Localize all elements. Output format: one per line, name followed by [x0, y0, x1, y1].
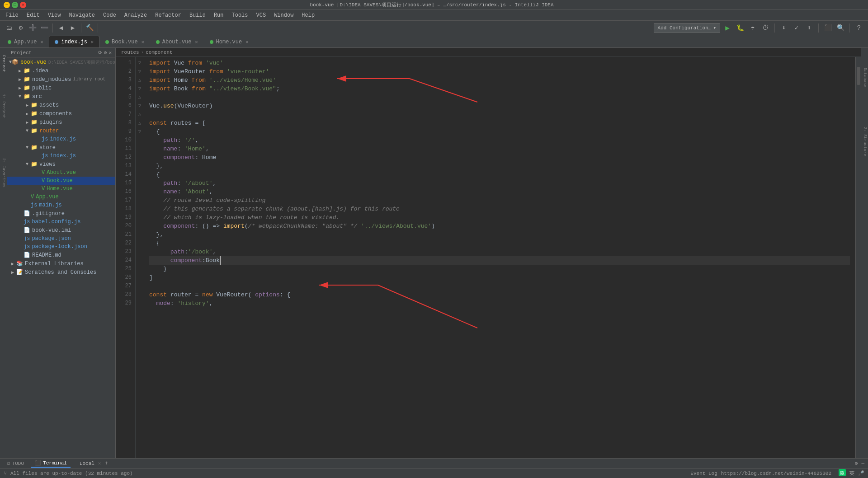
- tree-item-book-vue[interactable]: ▼ 📦 book-vue D:\IDEA SAVES\项目运行/book-vue: [7, 58, 115, 66]
- toolbar-subtract-icon[interactable]: ➖: [39, 23, 50, 33]
- tree-item-iml[interactable]: 📄 book-vue.iml: [7, 226, 115, 234]
- tree-item-home-vue[interactable]: V Home.vue: [7, 185, 115, 193]
- project-panel-icon[interactable]: Project: [0, 53, 7, 74]
- tree-item-public[interactable]: ▶ 📁 public: [7, 84, 115, 92]
- tree-item-babel[interactable]: js babel.config.js: [7, 218, 115, 226]
- find-button[interactable]: 🔍: [835, 23, 846, 33]
- tree-item-assets[interactable]: ▶ 📁 assets: [7, 101, 115, 109]
- close-button[interactable]: ✕: [20, 2, 26, 8]
- tree-item-views[interactable]: ▼ 📁 views: [7, 160, 115, 169]
- menu-view[interactable]: View: [44, 11, 65, 19]
- tree-item-package-json[interactable]: js package.json: [7, 234, 115, 243]
- tree-item-plugins[interactable]: ▶ 📁 plugins: [7, 118, 115, 127]
- tab-index-js[interactable]: index.js ✕: [49, 36, 99, 47]
- debug-button[interactable]: 🐛: [735, 23, 745, 33]
- tab-close-app-vue[interactable]: ✕: [40, 39, 43, 45]
- menu-refactor[interactable]: Refactor: [151, 11, 185, 19]
- toolbar-back-icon[interactable]: ◀: [56, 23, 66, 33]
- vcs-update-button[interactable]: ⬇: [778, 23, 789, 33]
- tree-item-scratches[interactable]: ▶ 📝 Scratches and Consoles: [7, 268, 115, 276]
- toolbar-sep2: [81, 23, 81, 33]
- breadcrumb-component[interactable]: component: [146, 50, 172, 55]
- toolbar-add-icon[interactable]: ➕: [27, 23, 38, 33]
- punct-comma-16: ,: [209, 187, 213, 196]
- tree-item-store[interactable]: ▼ 📁 store: [7, 143, 115, 152]
- scrollbar-thumb[interactable]: [857, 67, 860, 85]
- tree-item-router[interactable]: ▼ 📁 router: [7, 127, 115, 135]
- tree-item-router-index[interactable]: js index.js: [7, 135, 115, 143]
- favorites-panel-icon[interactable]: 2: Favorites: [0, 156, 7, 189]
- local-tab[interactable]: Local: [80, 461, 94, 466]
- tab-home-vue[interactable]: Home.vue ✕: [204, 36, 255, 47]
- tree-item-book-vue-file[interactable]: V Book.vue: [7, 177, 115, 185]
- structure-right-icon[interactable]: 2: Structure: [861, 125, 868, 158]
- minimize-button[interactable]: —: [4, 2, 10, 8]
- menu-help[interactable]: Help: [298, 11, 318, 19]
- tree-item-gitignore[interactable]: 📄 .gitignore: [7, 209, 115, 218]
- local-tab-close[interactable]: ✕: [98, 460, 101, 466]
- menu-vcs[interactable]: VCS: [253, 11, 270, 19]
- menu-run[interactable]: Run: [210, 11, 227, 19]
- menu-navigate[interactable]: Navigate: [65, 11, 99, 19]
- tree-item-external-libs[interactable]: ▶ 📚 External Libraries: [7, 259, 115, 268]
- breadcrumb-routes[interactable]: routes: [121, 50, 139, 55]
- menu-window[interactable]: Window: [270, 11, 297, 19]
- coverage-button[interactable]: ☂: [747, 23, 758, 33]
- menu-build[interactable]: Build: [186, 11, 209, 19]
- tab-close-index-js[interactable]: ✕: [91, 39, 94, 45]
- vcs-commit-button[interactable]: ✓: [791, 23, 802, 33]
- run-button[interactable]: ▶: [722, 23, 733, 33]
- menu-code[interactable]: Code: [99, 11, 120, 19]
- vcs-push-button[interactable]: ⬆: [804, 23, 815, 33]
- tab-about-vue[interactable]: About.vue ✕: [150, 36, 204, 47]
- maximize-button[interactable]: □: [12, 2, 18, 8]
- toolbar-project-icon[interactable]: 🗂: [4, 23, 14, 33]
- sidebar-sync-icon[interactable]: ⟳: [98, 50, 102, 56]
- tree-item-components[interactable]: ▶ 📁 components: [7, 109, 115, 118]
- sidebar-close-icon[interactable]: ✕: [108, 50, 112, 56]
- scrollbar-area[interactable]: [855, 57, 861, 458]
- tab-close-home-vue[interactable]: ✕: [245, 39, 248, 45]
- tab-app-vue[interactable]: App.vue ✕: [2, 36, 49, 47]
- tree-item-readme[interactable]: 📄 README.md: [7, 251, 115, 259]
- tree-item-main-js[interactable]: js main.js: [7, 201, 115, 209]
- tab-close-book-vue[interactable]: ✕: [142, 39, 144, 45]
- menu-analyze[interactable]: Analyze: [121, 11, 151, 19]
- bottom-tab-todo[interactable]: ☑ TODO: [4, 459, 28, 467]
- terminal-settings-icon[interactable]: ⚙: [855, 460, 858, 466]
- tree-item-app-vue[interactable]: V App.vue: [7, 193, 115, 201]
- tree-item-about-vue[interactable]: V About.vue: [7, 169, 115, 177]
- kw-import-4: import: [149, 84, 170, 93]
- event-log-link[interactable]: Event Log: [690, 471, 717, 476]
- tree-item-store-index[interactable]: js index.js: [7, 152, 115, 160]
- tab-book-vue[interactable]: Book.vue ✕: [99, 36, 150, 47]
- help-button[interactable]: ?: [854, 23, 864, 33]
- toolbar-build-icon[interactable]: 🔨: [84, 23, 95, 33]
- menu-file[interactable]: File: [2, 11, 22, 19]
- tree-item-src[interactable]: ▼ 📁 src: [7, 92, 115, 101]
- tree-item-node-modules[interactable]: ▶ 📁 node_modules library root: [7, 75, 115, 84]
- window-controls[interactable]: — □ ✕: [4, 2, 26, 8]
- add-terminal-button[interactable]: +: [104, 460, 108, 467]
- structure-panel-icon[interactable]: 1: Project: [0, 92, 7, 120]
- toolbar-settings-icon[interactable]: ⚙: [15, 23, 26, 33]
- toolbar-forward-icon[interactable]: ▶: [67, 23, 78, 33]
- tab-close-about-vue[interactable]: ✕: [195, 39, 198, 45]
- profile-button[interactable]: ⏱: [760, 23, 771, 33]
- code-editor[interactable]: import Vue from 'vue' import VueRouter f…: [144, 57, 855, 458]
- code-line-6: Vue.use(VueRouter): [149, 102, 850, 110]
- terminal-minimize-icon[interactable]: —: [861, 460, 864, 466]
- menu-edit[interactable]: Edit: [23, 11, 43, 19]
- punct-colon-28: :: [280, 291, 283, 299]
- folder-icon-assets: 📁: [31, 102, 38, 108]
- tree-label-gitignore: .gitignore: [32, 211, 65, 217]
- tree-item-package-lock[interactable]: js package-lock.json: [7, 243, 115, 251]
- sidebar-gear-icon[interactable]: ⚙: [104, 50, 107, 56]
- run-config-select[interactable]: Add Configuration… ▾: [654, 23, 720, 33]
- code-area[interactable]: 12345 678910 1112131415 1617181920 21222…: [116, 57, 861, 458]
- tree-item-idea[interactable]: ▶ 📁 .idea: [7, 66, 115, 75]
- bottom-tab-terminal[interactable]: ⬛ Terminal: [31, 459, 71, 468]
- database-panel-icon[interactable]: Database: [861, 66, 868, 89]
- terminal-button[interactable]: ⬛: [822, 23, 833, 33]
- menu-tools[interactable]: Tools: [228, 11, 252, 19]
